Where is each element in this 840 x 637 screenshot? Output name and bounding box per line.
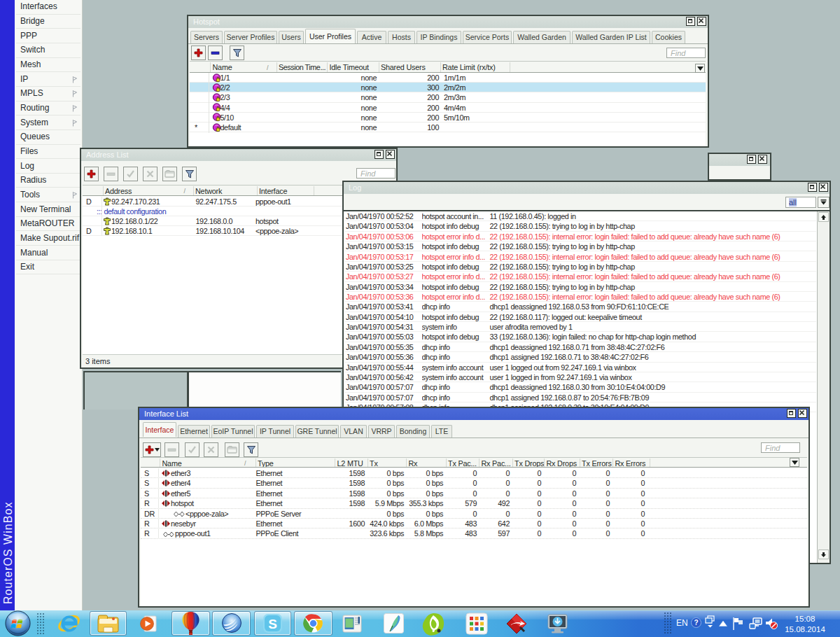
svg-text:?: ? xyxy=(694,619,698,626)
